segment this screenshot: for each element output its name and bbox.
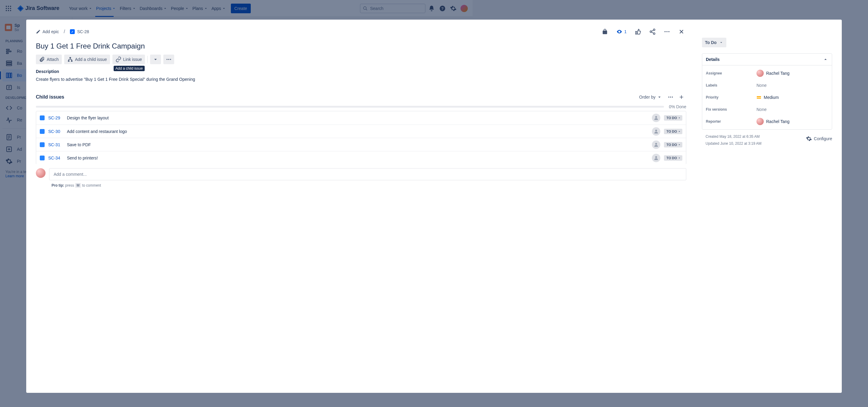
child-issue-key[interactable]: SC-30 [48, 129, 63, 134]
subtask-icon [40, 129, 44, 134]
child-issues-label: Child issues [36, 94, 472, 100]
issue-title[interactable]: Buy 1 Get 1 Free Drink Campaign [34, 40, 472, 52]
svg-rect-32 [68, 60, 69, 62]
add-child-issue-button[interactable]: Add a child issue [64, 55, 110, 64]
svg-rect-31 [69, 57, 71, 59]
svg-point-36 [170, 59, 171, 60]
pro-tip: Pro tip: press M to comment [52, 183, 472, 188]
child-issue-summary: Add content and restaurant logo [67, 129, 472, 134]
child-issue-key[interactable]: SC-34 [48, 156, 63, 160]
svg-point-34 [166, 59, 167, 60]
subtask-icon [40, 142, 44, 147]
child-issue-row[interactable]: SC-34Send to printers!TO DO [36, 151, 472, 164]
svg-point-35 [168, 59, 169, 60]
attach-button[interactable]: Attach [36, 55, 62, 64]
child-issue-summary: Save to PDF [67, 142, 472, 147]
issue-key-breadcrumb[interactable]: SC-28 [70, 29, 89, 34]
task-icon [70, 29, 75, 34]
comment-input[interactable]: Add a comment... [49, 168, 472, 180]
description-text[interactable]: Create flyers to advertise "Buy 1 Get 1 … [36, 76, 472, 83]
child-issues-list: SC-29Design the flyer layoutTO DOSC-30Ad… [36, 111, 472, 164]
breadcrumb-separator: / [64, 29, 65, 34]
child-issue-summary: Design the flyer layout [67, 116, 472, 120]
child-issue-key[interactable]: SC-29 [48, 116, 63, 120]
svg-rect-33 [71, 60, 72, 62]
progress-bar [36, 106, 472, 107]
link-dropdown-button[interactable] [150, 55, 161, 64]
current-user-avatar [36, 168, 45, 178]
subtask-icon [40, 116, 44, 120]
child-issue-key[interactable]: SC-31 [48, 142, 63, 147]
child-issue-summary: Send to printers! [67, 156, 472, 160]
child-issue-row[interactable]: SC-30Add content and restaurant logoTO D… [36, 125, 472, 138]
issue-modal: Add epic / SC-28 1 Buy 1 Get 1 Free Drin… [26, 20, 472, 222]
description-label: Description [36, 69, 472, 74]
link-issue-button[interactable]: Link issue [113, 55, 145, 64]
more-content-actions-button[interactable] [163, 55, 174, 64]
child-issue-row[interactable]: SC-29Design the flyer layoutTO DO [36, 111, 472, 125]
subtask-icon [40, 156, 44, 160]
add-child-tooltip: Add a child issue [114, 66, 145, 71]
add-epic-button[interactable]: Add epic [36, 29, 59, 34]
child-issue-row[interactable]: SC-31Save to PDFTO DO [36, 138, 472, 151]
